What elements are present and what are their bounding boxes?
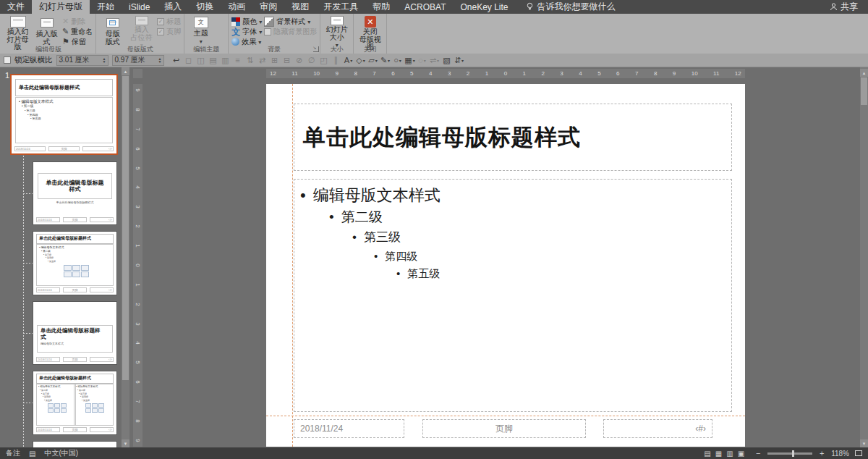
scroll-up-icon[interactable]: ▲: [860, 69, 868, 77]
proofing-icon[interactable]: ▤: [29, 450, 35, 458]
background-styles-button[interactable]: 背景样式: [264, 17, 317, 26]
zoom-out-button[interactable]: −: [754, 449, 762, 458]
footer-placeholder[interactable]: 页脚: [422, 419, 586, 438]
scrollbar-thumb[interactable]: [861, 77, 867, 105]
stepper-arrows-icon[interactable]: ▲▼: [157, 57, 163, 63]
stepper-arrows-icon[interactable]: ▲▼: [101, 57, 108, 63]
toolbar-icon[interactable]: ⊘: [294, 56, 305, 65]
tab-slide-master[interactable]: 幻灯片母版: [32, 0, 90, 14]
scroll-down-icon[interactable]: ▼: [860, 439, 868, 447]
thumbnail-scrollbar[interactable]: ▲ ▼: [122, 67, 129, 447]
tab-insert[interactable]: 插入: [157, 0, 189, 14]
bullet-line[interactable]: 第五级: [294, 265, 731, 282]
tab-view[interactable]: 视图: [284, 0, 316, 14]
slide-canvas[interactable]: 单击此处编辑母版标题样式 编辑母版文本样式第二级第三级第四级第五级 2018/1…: [266, 84, 745, 447]
normal-view-icon[interactable]: ▤: [704, 450, 710, 458]
hide-background-graphics-checkbox[interactable]: 隐藏背景图形: [264, 27, 317, 36]
title-placeholder[interactable]: 单击此处编辑母版标题样式: [294, 104, 732, 171]
scroll-down-icon[interactable]: ▼: [122, 439, 129, 447]
notes-button[interactable]: 备注: [6, 448, 20, 458]
tab-help[interactable]: 帮助: [365, 0, 397, 14]
zoom-slider[interactable]: [767, 452, 812, 455]
toolbar-icon[interactable]: ▦▾: [404, 56, 416, 65]
tell-me-box[interactable]: 告诉我你想要做什么: [526, 0, 616, 14]
themes-button[interactable]: 文 主题: [187, 15, 214, 46]
body-placeholder[interactable]: 编辑母版文本样式第二级第三级第四级第五级: [294, 179, 732, 412]
insert-layout-button[interactable]: 插入版式: [33, 15, 60, 46]
thumbnail-master[interactable]: 单击此处编辑母版标题样式• 编辑母版文本样式• 第二级• 第三级• 第四级• 第…: [12, 75, 116, 153]
toolbar-icon[interactable]: ◻: [183, 56, 195, 65]
scrollbar-thumb[interactable]: [122, 76, 129, 380]
language-button[interactable]: 中文(中国): [44, 448, 78, 458]
toolbar-icon[interactable]: ▧: [441, 56, 453, 65]
title-checkbox[interactable]: 标题: [157, 17, 181, 26]
thumbnail-two[interactable]: 单击此处编辑母版标题样式• 编辑母版文本样式• 第二级• 第三级• 第四级• 第…: [33, 371, 116, 434]
slide-sorter-icon[interactable]: ▦: [715, 450, 722, 458]
tab-acrobat[interactable]: ACROBAT: [397, 0, 453, 14]
dialog-launcher-icon[interactable]: [313, 46, 319, 52]
reading-view-icon[interactable]: ▥: [726, 450, 733, 458]
thumbnail-title[interactable]: 单击此处编辑母版标题样式单击此处编辑母版副标题样式2018/11/24页脚‹#›: [33, 162, 116, 224]
shape-height-stepper[interactable]: 0.97 厘米 ▲▼: [112, 55, 164, 66]
slide-number-placeholder[interactable]: ‹#›: [603, 419, 712, 438]
thumbnail-section[interactable]: 单击此处编辑母版标题样式编辑母版文本样式2018/11/24页脚‹#›: [33, 302, 116, 364]
toolbar-icon[interactable]: ⇵▾: [454, 56, 465, 65]
toolbar-icon[interactable]: ◌▾: [417, 56, 428, 64]
horizontal-guide[interactable]: [266, 416, 745, 416]
toolbar-icon[interactable]: ⇌▾: [429, 56, 441, 65]
bullet-line[interactable]: 第四级: [294, 247, 731, 265]
zoom-in-button[interactable]: +: [818, 449, 825, 458]
toolbar-icon[interactable]: ⊟: [281, 56, 293, 65]
zoom-percent[interactable]: 118%: [831, 450, 849, 458]
canvas-scrollbar[interactable]: ▲ ▼: [860, 67, 868, 447]
fonts-button[interactable]: 文 字体: [231, 27, 262, 36]
tab-developer[interactable]: 开发工具: [316, 0, 365, 14]
close-master-view-button[interactable]: 关闭 母版视图: [357, 15, 383, 46]
toolbar-icon[interactable]: A▾: [343, 56, 354, 64]
tab-file[interactable]: 文件: [0, 0, 32, 14]
tab-transitions[interactable]: 切换: [189, 0, 221, 14]
share-button[interactable]: 共享: [830, 0, 868, 14]
toolbar-icon[interactable]: ∥: [331, 56, 342, 65]
footer-checkbox[interactable]: 页脚: [157, 27, 181, 36]
tab-islide[interactable]: iSlide: [122, 0, 157, 14]
tab-animations[interactable]: 动画: [221, 0, 252, 14]
tab-onekey-lite[interactable]: OneKey Lite: [453, 0, 515, 14]
slide-size-button[interactable]: 幻灯片 大小: [323, 15, 350, 46]
toolbar-icon[interactable]: ∅: [306, 56, 318, 65]
master-layout-button[interactable]: 母版 版式: [99, 15, 126, 46]
rename-button[interactable]: ✎ 重命名: [62, 27, 93, 36]
shape-width-stepper[interactable]: 3.01 厘米 ▲▼: [56, 55, 109, 66]
toolbar-icon[interactable]: ✎▾: [380, 56, 391, 65]
tab-home[interactable]: 开始: [90, 0, 122, 14]
tab-review[interactable]: 审阅: [252, 0, 284, 14]
toolbar-icon[interactable]: ≡: [232, 56, 244, 64]
insert-slide-master-button[interactable]: 插入幻 灯片母版: [4, 15, 31, 46]
toolbar-icon[interactable]: ▱▾: [367, 56, 379, 65]
toolbar-icon[interactable]: ⊞: [269, 56, 281, 65]
fit-to-window-icon[interactable]: [855, 450, 862, 456]
toolbar-icon[interactable]: ◇▾: [355, 56, 367, 65]
colors-button[interactable]: 颜色: [231, 17, 262, 26]
toolbar-icon[interactable]: ○▾: [392, 56, 404, 64]
zoom-slider-handle[interactable]: [792, 450, 794, 457]
toolbar-icon[interactable]: ↩: [171, 56, 182, 65]
date-placeholder[interactable]: 2018/11/24: [294, 419, 404, 438]
thumbnail-stub[interactable]: [33, 442, 116, 447]
toolbar-icon[interactable]: ⇅: [244, 56, 256, 65]
bullet-line[interactable]: 编辑母版文本样式: [294, 184, 731, 206]
bullet-line[interactable]: 第二级: [294, 206, 731, 227]
insert-placeholder-button[interactable]: 插入 占位符: [128, 15, 155, 46]
slideshow-icon[interactable]: ▣: [738, 450, 744, 458]
toolbar-icon[interactable]: ▤: [208, 56, 219, 65]
toolbar-icon[interactable]: ◰: [318, 56, 330, 65]
thumbnail-content[interactable]: 单击此处编辑母版标题样式• 编辑母版文本样式• 第二级• 第三级• 第四级• 第…: [33, 232, 116, 295]
scroll-up-icon[interactable]: ▲: [122, 67, 129, 75]
toolbar-icon[interactable]: ▥: [220, 56, 231, 65]
bullet-line[interactable]: 第三级: [294, 227, 731, 247]
toolbar-icon[interactable]: ◫: [195, 56, 207, 65]
delete-button[interactable]: ✕ 删除: [62, 17, 93, 26]
toolbar-icon[interactable]: ⇄: [257, 56, 268, 65]
lock-aspect-checkbox[interactable]: [4, 56, 11, 64]
vertical-guide[interactable]: [292, 84, 293, 447]
